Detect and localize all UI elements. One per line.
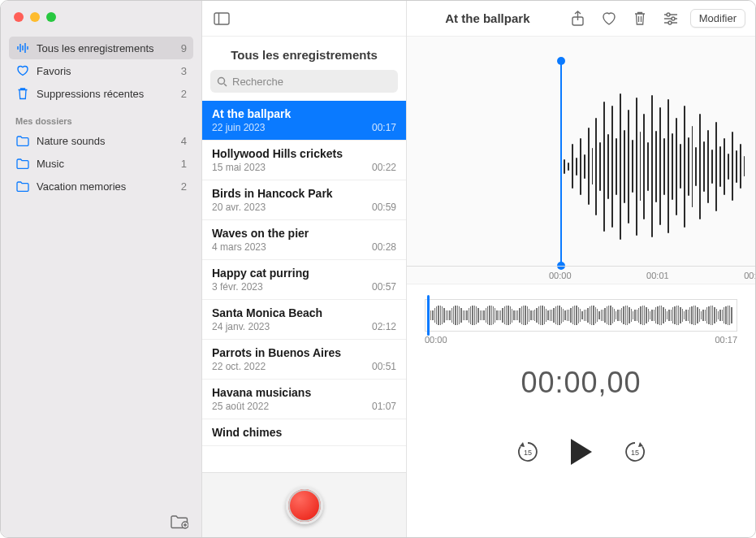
overview-end-label: 00:17 [715,335,737,345]
recordings-panel: Tous les enregistrements Recherche At th… [202,1,407,537]
recording-row-title: Santa Monica Beach [212,306,396,319]
waveform-overview[interactable]: 00:00 00:17 [407,284,755,345]
recording-row-date: 15 mai 2023 [212,162,266,173]
sidebar-item-count: 2 [181,88,187,100]
recording-row-title: Wind chimes [212,426,396,439]
sidebar: Tous les enregistrements9Favoris3Suppres… [1,1,202,537]
recording-row-date: 4 mars 2023 [212,241,266,253]
folder-icon [15,158,30,169]
heart-icon [15,65,30,76]
toggle-sidebar-button[interactable] [210,7,233,30]
svg-point-14 [672,17,675,20]
sidebar-item-count: 4 [181,135,187,147]
recording-row-duration: 00:51 [372,361,396,372]
recordings-list-title: Tous les enregistrements [202,37,406,70]
recording-row-title: Havana musicians [212,386,396,399]
timecode-display: 00:00,00 [407,366,755,400]
delete-button[interactable] [629,7,651,30]
sidebar-item-label: Favoris [37,65,181,77]
fullscreen-window-button[interactable] [46,12,56,22]
recording-row-title: Happy cat purring [212,267,396,280]
sidebar-item[interactable]: Suppressions récentes2 [9,82,193,105]
recording-row[interactable]: Happy cat purring3 févr. 202300:57 [202,260,406,300]
svg-text:15: 15 [630,449,638,457]
new-folder-button[interactable] [171,514,188,529]
sidebar-item-label: Suppressions récentes [37,88,181,100]
recording-row[interactable]: Hollywood Hills crickets15 mai 202300:22 [202,141,406,180]
skip-back-button[interactable]: 15 [516,440,540,464]
recording-row[interactable]: Parrots in Buenos Aires22 oct. 202200:51 [202,340,406,380]
recording-row-title: Hollywood Hills crickets [212,147,396,160]
recording-row[interactable]: At the ballpark22 juin 202300:17 [202,101,406,141]
recording-row[interactable]: Wind chimes [202,419,406,446]
ruler-tick: 00:00 [549,271,572,280]
overview-start-label: 00:00 [425,335,447,345]
recording-row-date: 22 oct. 2022 [212,361,266,372]
recording-row-title: Parrots in Buenos Aires [212,346,396,359]
recording-row-title: Waves on the pier [212,227,396,240]
recording-row-date: 25 août 2022 [212,401,269,412]
recording-row[interactable]: Birds in Hancock Park20 avr. 202300:59 [202,180,406,220]
waveform-zoom-view[interactable]: 00:00 00:01 00:02 [407,37,755,284]
transport-controls: 15 15 [407,439,755,465]
waveform-icon [15,42,30,54]
svg-line-9 [224,84,227,86]
record-button[interactable] [286,487,323,524]
recording-title: At the ballpark [445,11,529,25]
recording-row-date: 22 juin 2023 [212,122,265,133]
settings-button[interactable] [659,7,682,30]
sidebar-folder-item[interactable]: Music1 [9,152,193,175]
sidebar-item[interactable]: Tous les enregistrements9 [9,37,193,59]
sidebar-item[interactable]: Favoris3 [9,59,193,82]
favorite-button[interactable] [598,7,620,30]
svg-text:15: 15 [523,449,531,457]
ruler-tick: 00:01 [646,271,669,280]
search-icon [217,76,227,87]
sidebar-item-count: 1 [181,158,187,170]
recordings-list: At the ballpark22 juin 202300:17Hollywoo… [202,101,406,472]
recording-row[interactable]: Santa Monica Beach24 janv. 202302:12 [202,300,406,340]
sidebar-item-count: 2 [181,180,187,193]
folder-icon [15,181,30,192]
search-field[interactable]: Recherche [210,70,398,93]
overview-playhead[interactable] [427,295,430,336]
sidebar-folder-item[interactable]: Nature sounds4 [9,129,193,152]
recording-row-date: 24 janv. 2023 [212,321,270,332]
sidebar-item-label: Nature sounds [37,135,181,147]
minimize-window-button[interactable] [30,12,40,22]
sidebar-item-label: Music [37,158,181,170]
recording-row[interactable]: Waves on the pier4 mars 202300:28 [202,220,406,260]
search-placeholder: Recherche [232,76,283,88]
playhead[interactable] [560,61,562,266]
svg-point-16 [668,21,672,24]
sidebar-folders-header: Mes dossiers [1,105,201,129]
trash-icon [15,87,30,100]
window-controls [1,1,201,37]
recording-row-title: Birds in Hancock Park [212,187,396,200]
recording-row-duration: 00:59 [372,202,396,213]
svg-point-8 [218,77,225,84]
time-ruler: 00:00 00:01 00:02 [407,266,755,284]
play-button[interactable] [571,439,592,465]
svg-rect-6 [214,13,229,24]
recording-row-duration: 00:22 [372,162,396,173]
sidebar-item-count: 3 [181,65,187,77]
edit-button[interactable]: Modifier [690,9,745,28]
close-window-button[interactable] [14,12,24,22]
svg-point-12 [667,13,670,16]
toolbar: At the ballpark Modifier [407,1,755,37]
recording-row-duration: 02:12 [372,321,396,332]
recording-row-duration: 01:07 [372,401,396,412]
share-button[interactable] [567,7,590,30]
sidebar-folder-item[interactable]: Vacation memories2 [9,175,193,197]
app-window: Tous les enregistrements9Favoris3Suppres… [0,0,756,538]
recording-row[interactable]: Havana musicians25 août 202201:07 [202,380,406,419]
detail-panel: At the ballpark Modifier 00:00 00:01 00 [407,1,755,537]
ruler-tick: 00:02 [744,271,756,280]
sidebar-item-label: Tous les enregistrements [37,42,181,54]
skip-forward-button[interactable]: 15 [623,440,647,464]
sidebar-item-label: Vacation memories [37,180,181,193]
recording-row-duration: 00:17 [372,122,396,133]
recording-row-date: 3 févr. 2023 [212,281,263,293]
sidebar-item-count: 9 [181,42,187,54]
